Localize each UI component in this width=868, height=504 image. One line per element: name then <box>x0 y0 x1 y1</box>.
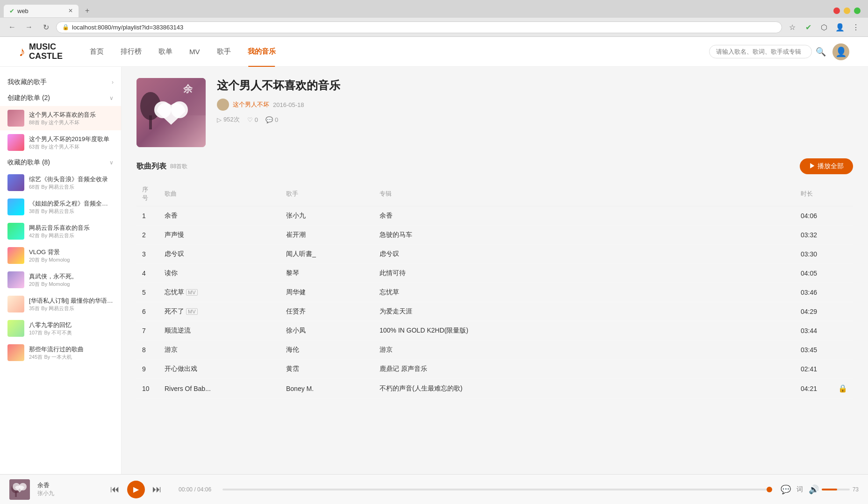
coll-thumb-5 <box>7 271 24 288</box>
like-count[interactable]: ♡ 0 <box>247 116 258 123</box>
song-name[interactable]: 余香 <box>159 206 280 226</box>
collected-artists-header[interactable]: 我收藏的歌手 › <box>0 74 121 90</box>
song-album[interactable]: 虑兮叹 <box>374 245 795 264</box>
song-table: 序号 歌曲 歌手 专辑 时长 1 余香 张小九 余香 04:06 2 <box>136 182 853 398</box>
nav-ranking[interactable]: 排行榜 <box>112 37 150 67</box>
collected-playlist-6[interactable]: [华语私人订制] 最懂你的华语推... 35首 By 网易云音乐 <box>0 292 121 316</box>
song-extra <box>832 264 853 283</box>
song-album[interactable]: 此情可待 <box>374 264 795 283</box>
song-name[interactable]: 游京 <box>159 341 280 360</box>
song-number: 8 <box>136 341 159 360</box>
coll-title-4: VLOG 背景 <box>29 248 114 256</box>
table-row[interactable]: 6 死不了 MV 任贤齐 为爱走天涯 04:29 <box>136 302 853 321</box>
bookmark-btn[interactable]: ☆ <box>786 21 799 34</box>
window-minimize-btn[interactable] <box>844 7 850 14</box>
ext-btn1[interactable]: ✔ <box>802 21 815 34</box>
table-row[interactable]: 2 声声慢 崔开潮 急驶的马车 03:32 <box>136 226 853 245</box>
coll-title-1: 综艺《街头音浪》音频全收录 <box>29 175 114 184</box>
song-name[interactable]: 读你 <box>159 264 280 283</box>
song-album[interactable]: 余香 <box>374 206 795 226</box>
top-nav: ♪ MUSIC CASTLE 首页 排行榜 歌单 MV 歌手 我的音乐 🔍 👤 <box>0 37 868 67</box>
window-maximize-btn[interactable] <box>854 7 861 14</box>
table-row[interactable]: 10 Rivers Of Bab... Boney M. 不朽的声音(人生最难忘… <box>136 379 853 398</box>
back-btn[interactable]: ← <box>6 21 19 34</box>
song-artist[interactable]: Boney M. <box>280 379 374 398</box>
playlist-meta-2: 63首 By 这个男人不坏 <box>29 143 114 150</box>
song-artist[interactable]: 海伦 <box>280 341 374 360</box>
collected-playlist-7[interactable]: 八零九零的回忆 107首 By 不可不奥 <box>0 316 121 341</box>
created-playlist-2[interactable]: 这个男人不坏的2019年度歌单 63首 By 这个男人不坏 <box>0 130 121 155</box>
collected-playlist-5[interactable]: 真武侠，永不死。 20首 By Momolog <box>0 268 121 292</box>
tab-close-btn[interactable]: ✕ <box>68 7 73 14</box>
nav-artist[interactable]: 歌手 <box>208 37 239 67</box>
song-artist[interactable]: 周华健 <box>280 283 374 302</box>
table-row[interactable]: 4 读你 黎琴 此情可待 04:05 <box>136 264 853 283</box>
chevron-right-icon: › <box>112 79 114 85</box>
created-playlist-1[interactable]: 这个男人不坏喜欢的音乐 88首 By 这个男人不坏 <box>0 106 121 130</box>
song-album[interactable]: 急驶的马车 <box>374 226 795 245</box>
nav-playlist[interactable]: 歌单 <box>150 37 181 67</box>
browser-chrome: ✔ web ✕ + ← → ↻ 🔒 localhost:8080/my/play… <box>0 0 868 37</box>
play-all-btn[interactable]: ▶ 播放全部 <box>800 158 853 174</box>
song-name[interactable]: 声声慢 <box>159 226 280 245</box>
address-bar[interactable]: 🔒 localhost:8080/my/playlist?id=38386314… <box>56 21 782 33</box>
collected-playlists-header[interactable]: 收藏的歌单 (8) ∨ <box>0 155 121 170</box>
new-tab-btn[interactable]: + <box>80 4 94 18</box>
collected-playlist-2[interactable]: 《姐姐的爱乐之程》音频全收录 38首 By 网易云音乐 <box>0 195 121 219</box>
created-playlists-header[interactable]: 创建的歌单 (2) ∨ <box>0 90 121 106</box>
mv-icon[interactable]: MV <box>186 289 198 296</box>
song-album[interactable]: 鹿鼎记 原声音乐 <box>374 360 795 379</box>
ext-btn2[interactable]: ⬡ <box>818 21 831 34</box>
table-row[interactable]: 3 虑兮叹 闻人听書_ 虑兮叹 03:30 <box>136 245 853 264</box>
collected-playlist-8[interactable]: 那些年流行过的歌曲 245首 By 一本大机 <box>0 341 121 365</box>
song-album[interactable]: 为爱走天涯 <box>374 302 795 321</box>
song-album[interactable]: 不朽的声音(人生最难忘的歌) <box>374 379 795 398</box>
song-artist[interactable]: 徐小凤 <box>280 321 374 341</box>
song-album[interactable]: 游京 <box>374 341 795 360</box>
song-name[interactable]: 开心做出戏 <box>159 360 280 379</box>
table-row[interactable]: 8 游京 海伦 游京 03:45 <box>136 341 853 360</box>
active-tab[interactable]: ✔ web ✕ <box>4 5 79 17</box>
collected-playlist-4[interactable]: VLOG 背景 20首 By Momolog <box>0 243 121 268</box>
comment-count[interactable]: 💬 0 <box>265 116 278 123</box>
like-count-value: 0 <box>255 116 258 123</box>
nav-my-music[interactable]: 我的音乐 <box>239 37 284 67</box>
song-artist[interactable]: 黎琴 <box>280 264 374 283</box>
mv-icon[interactable]: MV <box>186 308 198 315</box>
song-artist[interactable]: 黄霑 <box>280 360 374 379</box>
song-name[interactable]: 死不了 MV <box>159 302 280 321</box>
nav-home[interactable]: 首页 <box>81 37 112 67</box>
song-artist[interactable]: 崔开潮 <box>280 226 374 245</box>
logo[interactable]: ♪ MUSIC CASTLE <box>19 43 63 61</box>
song-artist[interactable]: 任贤齐 <box>280 302 374 321</box>
search-input[interactable] <box>709 45 812 58</box>
table-row[interactable]: 7 顺流逆流 徐小凤 100% IN GOLD K2HD(限量版) 03:44 <box>136 321 853 341</box>
created-playlists-label: 创建的歌单 (2) <box>7 94 50 102</box>
song-artist[interactable]: 张小九 <box>280 206 374 226</box>
song-name[interactable]: 顺流逆流 <box>159 321 280 341</box>
refresh-btn[interactable]: ↻ <box>39 21 52 34</box>
song-album[interactable]: 忘忧草 <box>374 283 795 302</box>
menu-btn[interactable]: ⋮ <box>849 21 862 34</box>
song-duration: 03:45 <box>795 341 832 360</box>
nav-mv[interactable]: MV <box>181 37 208 67</box>
profile-btn[interactable]: 👤 <box>833 21 846 34</box>
song-name[interactable]: Rivers Of Bab... <box>159 379 280 398</box>
song-artist[interactable]: 闻人听書_ <box>280 245 374 264</box>
search-btn[interactable]: 🔍 <box>816 47 826 57</box>
table-row[interactable]: 1 余香 张小九 余香 04:06 <box>136 206 853 226</box>
table-row[interactable]: 9 开心做出戏 黄霑 鹿鼎记 原声音乐 02:41 <box>136 360 853 379</box>
song-name[interactable]: 忘忧草 MV <box>159 283 280 302</box>
user-avatar[interactable]: 👤 <box>832 43 849 60</box>
collected-playlist-1[interactable]: 综艺《街头音浪》音频全收录 68首 By 网易云音乐 <box>0 170 121 195</box>
author-name[interactable]: 这个男人不坏 <box>233 100 269 109</box>
logo-icon: ♪ <box>19 44 25 59</box>
window-close-btn[interactable] <box>833 7 840 14</box>
forward-btn[interactable]: → <box>22 21 36 34</box>
collected-playlist-3[interactable]: 网易云音乐喜欢的音乐 42首 By 网易云音乐 <box>0 219 121 243</box>
song-name[interactable]: 虑兮叹 <box>159 245 280 264</box>
song-number: 7 <box>136 321 159 341</box>
tab-title: web <box>17 7 65 14</box>
song-album[interactable]: 100% IN GOLD K2HD(限量版) <box>374 321 795 341</box>
table-row[interactable]: 5 忘忧草 MV 周华健 忘忧草 03:46 <box>136 283 853 302</box>
